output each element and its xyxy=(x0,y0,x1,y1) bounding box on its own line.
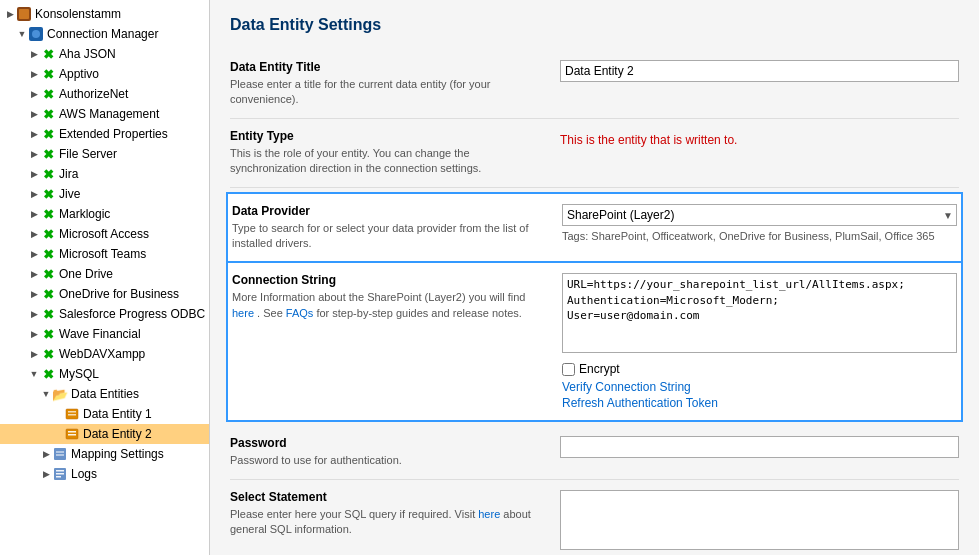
sidebar-item-label-aha: Aha JSON xyxy=(59,47,116,61)
root-icon xyxy=(16,6,32,22)
encrypt-row: Encrypt xyxy=(562,362,957,376)
conn-string-desc: More Information about the SharePoint (L… xyxy=(232,290,542,321)
sidebar-item-file-server[interactable]: ▶ ✖ File Server xyxy=(0,144,209,164)
select-stmt-left: Select Statement Please enter here your … xyxy=(230,490,560,538)
sidebar-item-logs[interactable]: ▶ Logs xyxy=(0,464,209,484)
sidebar-item-webdav[interactable]: ▶ ✖ WebDAVXampp xyxy=(0,344,209,364)
sidebar-item-label-aws: AWS Management xyxy=(59,107,159,121)
conn-desc-link1[interactable]: here xyxy=(232,307,254,319)
apptivo-icon: ✖ xyxy=(40,66,56,82)
sidebar-item-extended-properties[interactable]: ▶ ✖ Extended Properties xyxy=(0,124,209,144)
sidebar-item-one-drive[interactable]: ▶ ✖ One Drive xyxy=(0,264,209,284)
sidebar-item-salesforce[interactable]: ▶ ✖ Salesforce Progress ODBC xyxy=(0,304,209,324)
jira-arrow: ▶ xyxy=(28,169,40,179)
section-connection-string: Connection String More Information about… xyxy=(226,263,963,422)
sidebar-item-authorizenet[interactable]: ▶ ✖ AuthorizeNet xyxy=(0,84,209,104)
sidebar-item-jive[interactable]: ▶ ✖ Jive xyxy=(0,184,209,204)
sidebar-item-label-cm: Connection Manager xyxy=(47,27,158,41)
entity-type-left: Entity Type This is the role of your ent… xyxy=(230,129,560,177)
onedrive-arrow: ▶ xyxy=(28,269,40,279)
aws-arrow: ▶ xyxy=(28,109,40,119)
svg-rect-5 xyxy=(68,411,76,413)
entity-title-input[interactable] xyxy=(560,60,959,82)
svg-point-3 xyxy=(32,30,40,38)
select-stmt-textarea[interactable] xyxy=(560,490,959,550)
jive-arrow: ▶ xyxy=(28,189,40,199)
refresh-auth-token-link[interactable]: Refresh Authentication Token xyxy=(562,396,957,410)
sidebar-item-label-fs: File Server xyxy=(59,147,117,161)
msaccess-icon: ✖ xyxy=(40,226,56,242)
sidebar-item-data-entity-1[interactable]: ▶ Data Entity 1 xyxy=(0,404,209,424)
sidebar-root[interactable]: ▶ Konsolenstamm xyxy=(0,4,209,24)
section-select-statement: Select Statement Please enter here your … xyxy=(230,480,959,555)
onedrivebiz-icon: ✖ xyxy=(40,286,56,302)
main-content: Data Entity Settings Data Entity Title P… xyxy=(210,0,979,555)
sidebar-item-jira[interactable]: ▶ ✖ Jira xyxy=(0,164,209,184)
password-desc: Password to use for authentication. xyxy=(230,453,540,468)
password-input[interactable] xyxy=(560,436,959,458)
sidebar-item-onedrive-business[interactable]: ▶ ✖ OneDrive for Business xyxy=(0,284,209,304)
conn-desc-middle: . See xyxy=(257,307,286,319)
page-title: Data Entity Settings xyxy=(230,16,959,34)
data-provider-tags: Tags: SharePoint, Officeatwork, OneDrive… xyxy=(562,230,957,242)
section-data-entity-title: Data Entity Title Please enter a title f… xyxy=(230,50,959,119)
sidebar-item-aws[interactable]: ▶ ✖ AWS Management xyxy=(0,104,209,124)
sidebar-item-connection-manager[interactable]: ▼ Connection Manager xyxy=(0,24,209,44)
section-data-provider: Data Provider Type to search for or sele… xyxy=(226,192,963,264)
sidebar: ▶ Konsolenstamm ▼ Connection Manager ▶ ✖… xyxy=(0,0,210,555)
conn-desc-link2[interactable]: FAQs xyxy=(286,307,314,319)
root-label: Konsolenstamm xyxy=(35,7,121,21)
conn-string-label: Connection String xyxy=(232,273,542,287)
sidebar-item-wave-financial[interactable]: ▶ ✖ Wave Financial xyxy=(0,324,209,344)
sidebar-item-label-wave: Wave Financial xyxy=(59,327,141,341)
sidebar-item-mysql[interactable]: ▼ ✖ MySQL xyxy=(0,364,209,384)
sidebar-item-ms-teams[interactable]: ▶ ✖ Microsoft Teams xyxy=(0,244,209,264)
verify-connection-link[interactable]: Verify Connection String xyxy=(562,380,957,394)
ext-arrow: ▶ xyxy=(28,129,40,139)
authorizenet-icon: ✖ xyxy=(40,86,56,102)
de2-icon xyxy=(64,426,80,442)
entity-type-value: This is the entity that is written to. xyxy=(560,129,959,147)
entity-type-label: Entity Type xyxy=(230,129,540,143)
select-stmt-right xyxy=(560,490,959,553)
password-label: Password xyxy=(230,436,540,450)
encrypt-checkbox[interactable] xyxy=(562,363,575,376)
entity-type-desc: This is the role of your entity. You can… xyxy=(230,146,540,177)
sidebar-item-label-de1: Data Entity 1 xyxy=(83,407,152,421)
de1-arrow: ▶ xyxy=(52,409,64,419)
conn-string-left: Connection String More Information about… xyxy=(232,273,562,321)
sidebar-item-mapping-settings[interactable]: ▶ Mapping Settings xyxy=(0,444,209,464)
logs-arrow: ▶ xyxy=(40,469,52,479)
sidebar-item-aha-json[interactable]: ▶ ✖ Aha JSON xyxy=(0,44,209,64)
sidebar-item-apptivo[interactable]: ▶ ✖ Apptivo xyxy=(0,64,209,84)
sidebar-item-label-msteams: Microsoft Teams xyxy=(59,247,146,261)
password-left: Password Password to use for authenticat… xyxy=(230,436,560,468)
select-desc-link[interactable]: here xyxy=(478,508,500,520)
ext-icon: ✖ xyxy=(40,126,56,142)
entity-title-label: Data Entity Title xyxy=(230,60,540,74)
mysql-icon: ✖ xyxy=(40,366,56,382)
svg-rect-14 xyxy=(56,470,64,472)
cm-arrow: ▼ xyxy=(16,29,28,39)
sidebar-item-label-authorizenet: AuthorizeNet xyxy=(59,87,128,101)
sidebar-item-label-marklogic: Marklogic xyxy=(59,207,110,221)
sidebar-item-ms-access[interactable]: ▶ ✖ Microsoft Access xyxy=(0,224,209,244)
select-stmt-label: Select Statement xyxy=(230,490,540,504)
onedrivebiz-arrow: ▶ xyxy=(28,289,40,299)
sidebar-item-data-entities[interactable]: ▼ 📂 Data Entities xyxy=(0,384,209,404)
webdav-arrow: ▶ xyxy=(28,349,40,359)
sidebar-item-label-de2: Data Entity 2 xyxy=(83,427,152,441)
sidebar-item-data-entity-2[interactable]: ▶ Data Entity 2 xyxy=(0,424,209,444)
mapping-icon xyxy=(52,446,68,462)
data-provider-label: Data Provider xyxy=(232,204,542,218)
sidebar-item-label-dataentities: Data Entities xyxy=(71,387,139,401)
conn-string-textarea[interactable]: URL=https://your_sharepoint_list_url/All… xyxy=(562,273,957,353)
sidebar-item-label-salesforce: Salesforce Progress ODBC xyxy=(59,307,205,321)
authorizenet-arrow: ▶ xyxy=(28,89,40,99)
entity-type-right: This is the entity that is written to. xyxy=(560,129,959,147)
data-provider-select[interactable]: SharePoint (Layer2) OneDrive for Busines… xyxy=(562,204,957,226)
sidebar-item-label-webdav: WebDAVXampp xyxy=(59,347,145,361)
sidebar-item-label-jive: Jive xyxy=(59,187,80,201)
root-arrow: ▶ xyxy=(4,9,16,19)
sidebar-item-marklogic[interactable]: ▶ ✖ Marklogic xyxy=(0,204,209,224)
